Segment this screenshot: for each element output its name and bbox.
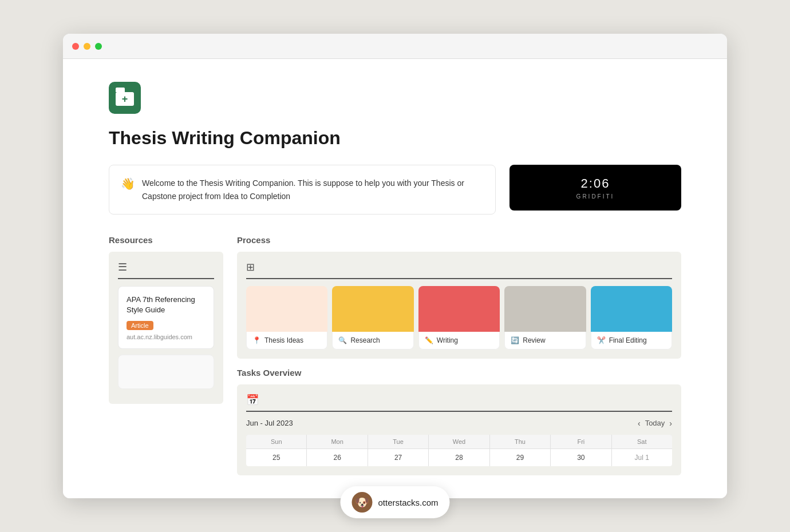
process-section: ⊞ 📍 Thesis Ideas [237,252,681,359]
thesis-ideas-icon: 📍 [252,336,261,344]
calendar-day-sat: Sat [612,435,672,448]
right-panel: Process ⊞ 📍 Thesis Ideas [237,235,681,475]
calendar-cell-27[interactable]: 27 [368,449,428,466]
process-icon-bar: ⊞ [246,261,672,279]
welcome-section: 👋 Welcome to the Thesis Writing Companio… [109,165,681,215]
process-card-color-final-editing [591,286,672,332]
calendar-cell-26[interactable]: 26 [307,449,367,466]
welcome-text: Welcome to the Thesis Writing Companion.… [142,177,484,203]
resource-card-title: APA 7th Referencing Style Guide [127,295,206,315]
calendar-header: Jun - Jul 2023 ‹ Today › [246,419,672,428]
process-card-color-review [504,286,586,332]
calendar-day-fri: Fri [551,435,611,448]
calendar-grid: Sun Mon Tue Wed Thu Fri Sat 25 26 27 28 … [246,435,672,466]
calendar-next-button[interactable]: › [669,419,672,428]
traffic-lights [72,43,102,50]
calendar-icon: 📅 [246,394,259,406]
review-label: Review [523,336,545,344]
calendar-today-button[interactable]: Today [645,419,665,427]
video-time: 2:06 [581,176,610,191]
resources-section: ☰ APA 7th Referencing Style Guide Articl… [109,252,223,404]
board-icon: ⊞ [246,261,255,273]
close-button[interactable] [72,43,79,50]
calendar-prev-button[interactable]: ‹ [638,419,641,428]
research-icon: 🔍 [338,336,347,344]
process-card-research[interactable]: 🔍 Research [332,286,413,350]
final-editing-label: Final Editing [609,336,647,344]
process-card-color-research [332,286,413,332]
process-card-label-review: 🔄 Review [504,332,586,350]
calendar-day-thu: Thu [490,435,550,448]
video-placeholder[interactable]: 2:06 GRIDFITI [509,165,681,211]
calendar-cell-25[interactable]: 25 [246,449,306,466]
left-panel: Resources ☰ APA 7th Referencing Style Gu… [109,235,223,475]
process-cards: 📍 Thesis Ideas 🔍 Research [246,286,672,350]
calendar-cell-29[interactable]: 29 [490,449,550,466]
review-icon: 🔄 [511,336,519,344]
two-column-layout: Resources ☰ APA 7th Referencing Style Gu… [109,235,681,475]
writing-label: Writing [437,336,458,344]
calendar-date-range: Jun - Jul 2023 [246,419,293,427]
process-card-review[interactable]: 🔄 Review [504,286,586,350]
process-card-label-thesis-ideas: 📍 Thesis Ideas [246,332,327,350]
welcome-emoji: 👋 [121,177,135,190]
resource-card-placeholder [118,355,214,389]
resources-header: Resources [109,235,223,245]
calendar-day-tue: Tue [368,435,428,448]
calendar-day-sun: Sun [246,435,306,448]
calendar-cell-28[interactable]: 28 [429,449,489,466]
welcome-card: 👋 Welcome to the Thesis Writing Companio… [109,165,496,215]
resource-tag: Article [127,321,153,330]
watermark-avatar: 🐶 [351,492,372,513]
page-content: Thesis Writing Companion 👋 Welcome to th… [63,59,727,498]
process-card-color-thesis-ideas [246,286,327,332]
process-header: Process [237,235,681,245]
database-icon: ☰ [118,261,127,273]
process-card-label-writing: ✏️ Writing [418,332,500,350]
tasks-section: 📅 Jun - Jul 2023 ‹ Today › Sun Mon [237,384,681,475]
watermark: 🐶 otterstacks.com [340,486,449,518]
resource-link: aut.ac.nz.libguides.com [127,334,206,340]
process-card-color-writing [418,286,500,332]
calendar-day-wed: Wed [429,435,489,448]
thesis-ideas-label: Thesis Ideas [264,336,303,344]
process-card-writing[interactable]: ✏️ Writing [418,286,500,350]
resources-icon-bar: ☰ [118,261,214,279]
maximize-button[interactable] [95,43,102,50]
watermark-text: otterstacks.com [378,498,438,507]
process-card-label-research: 🔍 Research [332,332,413,350]
calendar-cell-30[interactable]: 30 [551,449,611,466]
page-title: Thesis Writing Companion [109,128,681,149]
minimize-button[interactable] [84,43,90,50]
process-card-thesis-ideas[interactable]: 📍 Thesis Ideas [246,286,327,350]
process-card-final-editing[interactable]: ✂️ Final Editing [591,286,672,350]
final-editing-icon: ✂️ [597,336,606,344]
calendar-cell-jul1[interactable]: Jul 1 [612,449,672,466]
tasks-icon-bar: 📅 [246,394,672,412]
process-card-label-final-editing: ✂️ Final Editing [591,332,672,350]
video-brand: GRIDFITI [576,193,615,200]
browser-window: Thesis Writing Companion 👋 Welcome to th… [63,34,727,498]
tasks-header: Tasks Overview [237,368,681,378]
titlebar [63,34,727,59]
resource-card-apa[interactable]: APA 7th Referencing Style Guide Article … [118,286,214,349]
writing-icon: ✏️ [425,336,433,344]
calendar-day-mon: Mon [307,435,367,448]
research-label: Research [350,336,380,344]
app-icon [109,82,141,114]
calendar-nav: ‹ Today › [638,419,672,428]
